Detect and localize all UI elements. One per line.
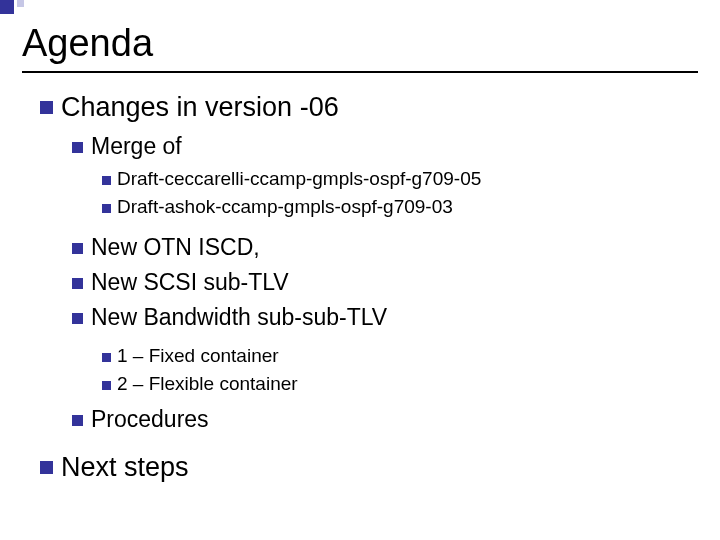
list-item: Merge of [72,131,720,162]
list-item: Draft-ashok-ccamp-gmpls-ospf-g709-03 [102,194,720,220]
list-item: Procedures [72,404,720,435]
slide-body: Changes in version -06 Merge of Draft-ce… [40,89,720,486]
slide-title: Agenda [22,22,720,65]
text-changes: Changes in version -06 [61,92,339,122]
text-proc: Procedures [91,406,209,432]
text-new3: New Bandwidth sub-sub-TLV [91,304,387,330]
list-item: Next steps [40,449,720,485]
text-draft2: Draft-ashok-ccamp-gmpls-ospf-g709-03 [117,196,453,217]
bullet-icon [40,101,53,114]
text-c2: 2 – Flexible container [117,373,298,394]
bullet-icon [72,415,83,426]
corner-accent [0,0,24,14]
text-c1: 1 – Fixed container [117,345,279,366]
bullet-icon [72,278,83,289]
text-merge: Merge of [91,133,182,159]
list-item: New Bandwidth sub-sub-TLV [72,302,720,333]
bullet-icon [102,381,111,390]
title-rule [22,71,698,73]
text-next: Next steps [61,452,189,482]
list-item: New SCSI sub-TLV [72,267,720,298]
bullet-icon [40,461,53,474]
bullet-icon [72,313,83,324]
text-new1: New OTN ISCD, [91,234,260,260]
accent-square-large [0,0,14,14]
list-item: 2 – Flexible container [102,371,720,397]
bullet-icon [72,243,83,254]
slide: Agenda Changes in version -06 Merge of D… [0,0,720,540]
text-draft1: Draft-ceccarelli-ccamp-gmpls-ospf-g709-0… [117,168,481,189]
bullet-icon [102,204,111,213]
text-new2: New SCSI sub-TLV [91,269,289,295]
list-item: Changes in version -06 [40,89,720,125]
bullet-icon [102,176,111,185]
bullet-icon [102,353,111,362]
accent-square-small [17,0,24,7]
bullet-icon [72,142,83,153]
list-item: New OTN ISCD, [72,232,720,263]
list-item: Draft-ceccarelli-ccamp-gmpls-ospf-g709-0… [102,166,720,192]
list-item: 1 – Fixed container [102,343,720,369]
